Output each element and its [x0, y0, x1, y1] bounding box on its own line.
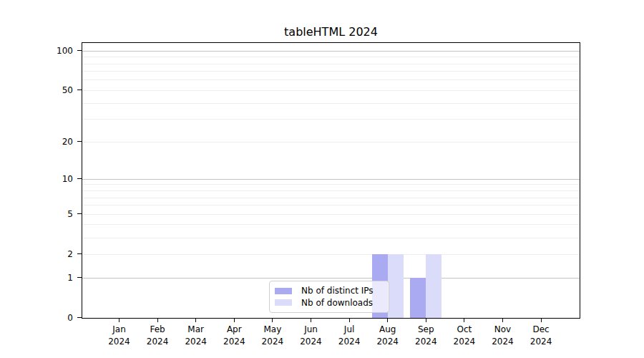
y-tick [77, 277, 82, 278]
x-tick [157, 319, 158, 322]
x-tick [464, 319, 464, 322]
legend-label-downloads: Nb of downloads [301, 298, 373, 308]
x-tick-label-feb: Feb 2024 [137, 324, 177, 348]
y-tick-label: 1 [0, 272, 73, 284]
x-tick [502, 319, 503, 322]
y-tick [77, 253, 82, 254]
y-tick-label: 20 [0, 136, 73, 147]
x-tick-label-sep: Sep 2024 [406, 324, 446, 348]
x-tick-label-nov: Nov 2024 [483, 324, 523, 348]
legend-item-downloads: Nb of downloads [275, 297, 384, 308]
x-tick [234, 319, 235, 322]
x-tick-label-apr: Apr 2024 [214, 324, 254, 348]
x-tick [541, 319, 542, 322]
chart-figure: tableHTML 2024 0125102050100Jan 2024Feb … [0, 0, 644, 358]
y-tick-label: 5 [0, 208, 73, 220]
y-tick-label: 100 [0, 45, 73, 57]
x-tick [387, 319, 388, 322]
y-tick-label: 2 [0, 248, 73, 260]
y-tick-label: 50 [0, 84, 73, 96]
x-tick [272, 319, 273, 322]
x-tick-label-may: May 2024 [253, 324, 293, 348]
x-tick [349, 319, 350, 322]
y-tick-label: 10 [0, 173, 73, 185]
x-tick [426, 319, 426, 322]
x-tick [311, 319, 311, 322]
legend-label-distinct-ips: Nb of distinct IPs [301, 286, 374, 296]
y-tick [77, 50, 82, 51]
x-tick-label-jun: Jun 2024 [291, 324, 331, 348]
legend-item-distinct-ips: Nb of distinct IPs [275, 286, 384, 296]
y-tick [77, 178, 82, 179]
x-tick-label-mar: Mar 2024 [176, 324, 216, 348]
legend-swatch-downloads [275, 299, 292, 306]
x-tick-label-jan: Jan 2024 [99, 324, 140, 348]
y-tick [77, 317, 82, 318]
x-tick [119, 319, 119, 322]
x-tick-label-jul: Jul 2024 [329, 324, 369, 348]
y-tick [77, 90, 82, 90]
y-tick [77, 213, 82, 214]
x-tick-label-dec: Dec 2024 [521, 324, 561, 348]
x-tick-label-aug: Aug 2024 [368, 324, 408, 348]
y-tick [77, 141, 82, 142]
x-tick [195, 319, 196, 322]
x-tick-label-oct: Oct 2024 [444, 324, 484, 348]
legend-swatch-distinct-ips [275, 288, 292, 294]
legend: Nb of distinct IPs Nb of downloads [269, 281, 389, 313]
y-tick-label: 0 [0, 312, 73, 324]
